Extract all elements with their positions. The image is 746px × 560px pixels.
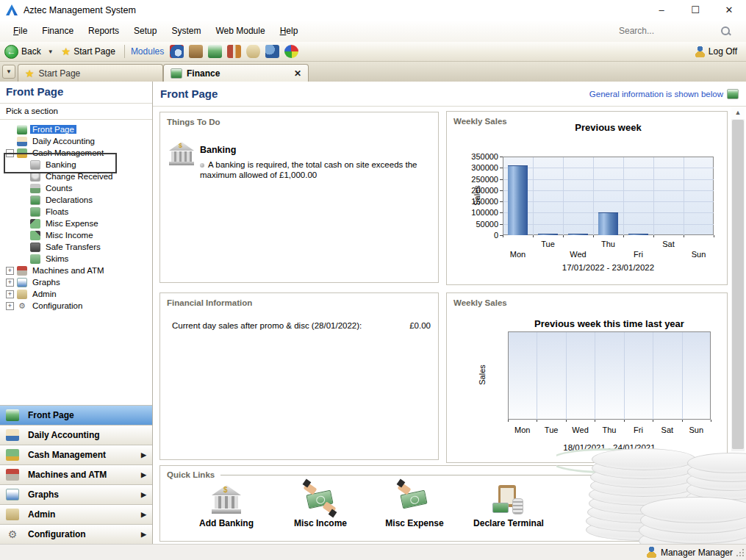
- sidebar-nav: Front PageDaily AccountingCash Managemen…: [0, 405, 152, 544]
- menu-item-help[interactable]: Help: [273, 23, 306, 39]
- app-logo-icon: [6, 4, 18, 15]
- window-title: Aztec Management System: [24, 5, 136, 15]
- nav-button-label: Daily Accounting: [28, 430, 100, 440]
- hand-income-icon: [304, 485, 337, 514]
- y-tick-mark: [500, 168, 503, 168]
- nav-button-configuration[interactable]: ⚙Configuration▶: [0, 524, 152, 544]
- tree-item-label: Front Page: [30, 125, 76, 134]
- scroll-up-icon[interactable]: ▲: [731, 107, 745, 119]
- search-icon[interactable]: [720, 26, 731, 36]
- tree-item-counts[interactable]: Counts: [0, 182, 152, 194]
- tree-item-configuration[interactable]: +⚙Configuration: [0, 300, 152, 312]
- quick-link-declare-terminal[interactable]: Declare Terminal: [463, 485, 554, 528]
- tree-item-change-received[interactable]: Change Received: [0, 170, 152, 182]
- reports-icon[interactable]: [227, 45, 241, 58]
- section-tree: Front PageDaily Accounting−Cash Manageme…: [0, 120, 152, 312]
- x-tick-mark: [711, 420, 711, 422]
- menu-item-web-module[interactable]: Web Module: [208, 23, 272, 39]
- tree-item-label: Misc Expense: [43, 219, 101, 228]
- back-dropdown-arrow-icon[interactable]: ▼: [44, 49, 57, 55]
- tree-item-front-page[interactable]: Front Page: [0, 123, 152, 135]
- tree-item-label: Safe Transfers: [43, 243, 103, 251]
- tree-item-misc-income[interactable]: Misc Income: [0, 229, 152, 241]
- tree-item-declarations[interactable]: Declarations: [0, 194, 152, 206]
- start-page-button[interactable]: Start Page: [73, 46, 115, 57]
- floats-icon: [30, 207, 40, 217]
- tree-item-machines-and-atm[interactable]: +Machines and ATM: [0, 265, 152, 276]
- expand-icon[interactable]: +: [6, 267, 14, 275]
- cash-register-icon[interactable]: [208, 45, 222, 58]
- gridline-vertical: [624, 332, 625, 420]
- tree-item-misc-expense[interactable]: Misc Expense: [0, 218, 152, 229]
- close-button[interactable]: ✕: [712, 0, 746, 20]
- nav-button-machines-and-atm[interactable]: Machines and ATM▶: [0, 464, 152, 484]
- x-tick-label-fri: Fri: [623, 250, 655, 259]
- handin-icon: [30, 231, 40, 240]
- tree-item-daily-accounting[interactable]: Daily Accounting: [0, 135, 152, 147]
- x-tick-mark: [563, 235, 564, 237]
- tree-item-label: Floats: [43, 207, 71, 216]
- tree-item-skims[interactable]: Skims: [0, 253, 152, 265]
- nav-button-admin[interactable]: Admin▶: [0, 504, 152, 524]
- hand-expense-icon: [398, 485, 431, 514]
- vertical-scrollbar[interactable]: ▲ ▼: [731, 107, 745, 464]
- tree-item-graphs[interactable]: +Graphs: [0, 276, 152, 288]
- register-icon: [6, 409, 19, 421]
- scroll-down-icon[interactable]: ▼: [731, 451, 745, 464]
- tree-item-label: Configuration: [30, 301, 85, 310]
- scroll-icon[interactable]: [246, 45, 260, 58]
- maximize-button[interactable]: ☐: [678, 0, 712, 20]
- y-tick-mark: [500, 190, 503, 191]
- nav-button-graphs[interactable]: Graphs▶: [0, 484, 152, 504]
- scrollbar-thumb[interactable]: [732, 120, 744, 449]
- y-tick-label: 200000: [459, 186, 498, 195]
- log-off-button[interactable]: Log Off: [695, 46, 742, 57]
- todo-item-title[interactable]: Banking: [200, 145, 236, 155]
- modules-button[interactable]: Modules: [131, 46, 164, 57]
- collapse-icon[interactable]: −: [6, 149, 14, 157]
- palette-icon[interactable]: [284, 45, 298, 58]
- tree-item-banking[interactable]: Banking: [0, 159, 152, 170]
- tab-close-icon[interactable]: ✕: [294, 68, 301, 79]
- menu-item-system[interactable]: System: [164, 23, 208, 39]
- log-off-user-icon: [695, 46, 705, 57]
- tree-item-admin[interactable]: +Admin: [0, 288, 152, 300]
- quick-link-add-banking[interactable]: Add Banking: [181, 485, 272, 528]
- tree-item-cash-management[interactable]: −Cash Management: [0, 147, 152, 159]
- users-icon[interactable]: [265, 45, 279, 58]
- tree-item-safe-transfers[interactable]: Safe Transfers: [0, 241, 152, 253]
- status-bar: Manager Manager: [0, 544, 746, 560]
- expand-icon[interactable]: +: [6, 290, 14, 298]
- tree-item-floats[interactable]: Floats: [0, 206, 152, 218]
- clock-icon[interactable]: [170, 45, 184, 58]
- nav-button-cash-management[interactable]: Cash Management▶: [0, 445, 152, 464]
- slot-icon: [17, 266, 27, 276]
- search-box[interactable]: [619, 26, 740, 36]
- menu-item-finance[interactable]: Finance: [35, 23, 81, 39]
- quick-link-misc-expense[interactable]: Misc Expense: [369, 485, 460, 528]
- menu-item-file[interactable]: File: [6, 23, 35, 39]
- chart-title: Previous week this time last year: [486, 318, 733, 329]
- resize-grip[interactable]: [736, 550, 744, 558]
- expand-icon[interactable]: +: [6, 279, 14, 287]
- back-button[interactable]: Back: [21, 46, 41, 57]
- gridline-vertical: [653, 332, 653, 420]
- tab-start-page[interactable]: ★Start Page: [18, 64, 163, 82]
- user-icon: [647, 547, 656, 558]
- nav-button-front-page[interactable]: Front Page: [0, 405, 152, 425]
- calc-icon: [30, 184, 40, 193]
- menu-item-setup[interactable]: Setup: [126, 23, 164, 39]
- nav-button-daily-accounting[interactable]: Daily Accounting: [0, 425, 152, 445]
- gear-icon: ⚙: [17, 301, 27, 311]
- quick-link-misc-income[interactable]: Misc Income: [275, 485, 366, 528]
- back-icon[interactable]: ←: [4, 45, 18, 59]
- minimize-button[interactable]: –: [645, 0, 678, 20]
- package-icon[interactable]: [189, 45, 203, 58]
- star-icon: ★: [25, 68, 35, 79]
- tab-list-dropdown-icon[interactable]: ▼: [2, 65, 15, 79]
- graph-icon: [6, 489, 19, 500]
- expand-icon[interactable]: +: [6, 302, 14, 310]
- menu-item-reports[interactable]: Reports: [81, 23, 126, 39]
- tab-finance[interactable]: Finance✕: [163, 64, 309, 82]
- search-input[interactable]: [619, 26, 714, 36]
